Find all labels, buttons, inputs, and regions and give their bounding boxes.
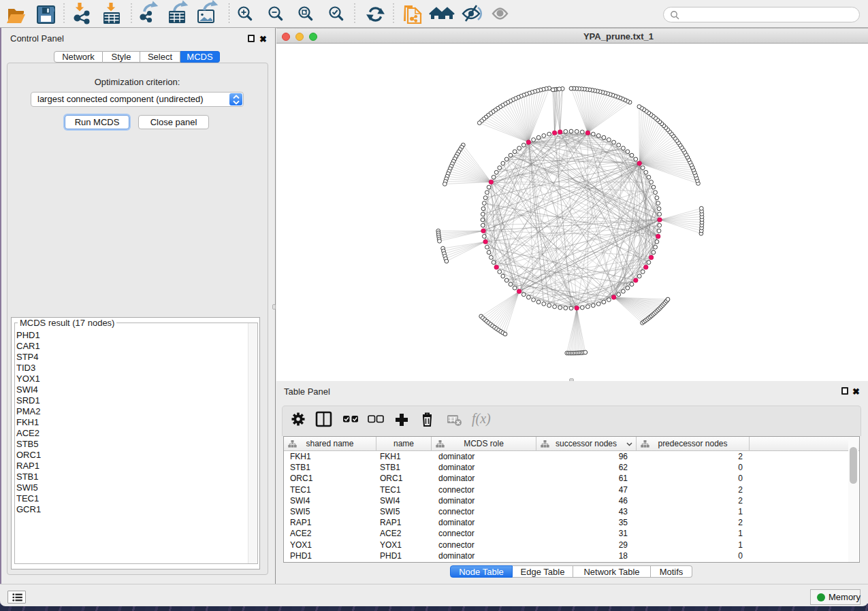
svg-text:f(x): f(x) [472,411,491,427]
